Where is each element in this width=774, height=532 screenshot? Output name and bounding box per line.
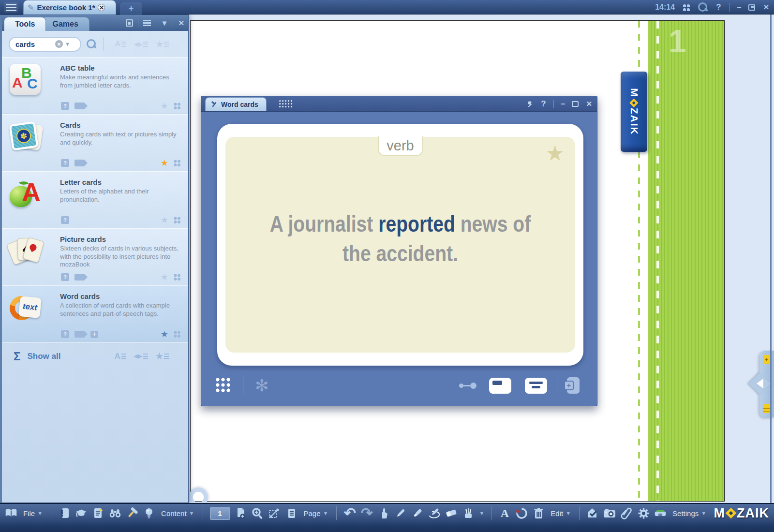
binoculars-icon[interactable] [109, 507, 121, 519]
list-item-picture-cards[interactable]: ♠ Picture cards Sixteen decks of cards i… [2, 228, 188, 285]
sort-type-icon[interactable]: ◀▶ [134, 351, 148, 361]
list-item-word-cards[interactable]: text Word cards A collection of word car… [2, 285, 188, 342]
hammer-icon[interactable] [126, 507, 138, 519]
list-item-abc-table[interactable]: A B C ABC table Make meaningful words an… [2, 57, 188, 114]
favorite-star-icon[interactable]: ★ [161, 216, 168, 224]
window-maximize-button[interactable] [572, 101, 579, 107]
content-menu[interactable]: Content▼ [160, 509, 195, 517]
eraser-icon[interactable] [445, 507, 458, 519]
select-path-icon[interactable] [268, 507, 281, 519]
drag-handle-dots[interactable] [279, 100, 294, 108]
clipboard-icon[interactable] [763, 404, 770, 413]
marker-icon[interactable] [411, 507, 424, 519]
search-field[interactable]: ✕ ▼ [9, 37, 81, 52]
list-item-cards[interactable]: ✽ Cards Creating cards with text or pict… [2, 114, 188, 171]
trash-icon[interactable] [532, 507, 545, 519]
close-panel-icon[interactable]: ✕ [178, 19, 184, 28]
tools-expand-icon[interactable]: ▼ [479, 510, 484, 516]
video-tutorial-icon[interactable] [74, 103, 85, 109]
previous-page-arrow-icon[interactable] [757, 379, 763, 388]
restore-button[interactable] [748, 4, 755, 11]
redo-icon[interactable]: ↷ [360, 507, 373, 519]
gear-icon[interactable] [637, 507, 650, 519]
idea-bulb-icon[interactable] [143, 507, 155, 519]
card-grid-menu-icon[interactable] [216, 378, 231, 393]
sort-favorites-icon[interactable]: ★ [156, 39, 169, 49]
text-tool-icon[interactable]: A [498, 507, 511, 519]
card-back-view-button[interactable] [525, 378, 547, 394]
help-card-icon[interactable]: ? [61, 102, 69, 110]
help-card-icon[interactable]: ? [61, 330, 69, 338]
close-button[interactable]: ✕ [763, 3, 769, 12]
word-cards-titlebar[interactable]: Word cards ? – ✕ [201, 96, 597, 112]
notebook-icon[interactable] [58, 507, 71, 519]
pairing-mode-icon[interactable] [459, 383, 476, 389]
list-view-icon[interactable] [143, 20, 151, 26]
main-menu-icon[interactable] [4, 2, 18, 13]
sort-alpha-icon[interactable]: A [115, 351, 126, 361]
word-cards-window-tab[interactable]: Word cards [205, 97, 267, 111]
help-card-icon[interactable]: ? [61, 216, 69, 224]
page-number-box[interactable]: 1 [210, 507, 230, 520]
card-favorite-star-icon[interactable]: ★ [546, 143, 565, 164]
help-card-icon[interactable]: ? [61, 159, 69, 167]
favorite-star-icon[interactable]: ★ [161, 330, 168, 339]
clear-search-icon[interactable]: ✕ [55, 40, 63, 48]
tab-tools[interactable]: Tools [4, 17, 46, 31]
search-history-icon[interactable]: ▼ [65, 41, 70, 47]
tile-view-icon[interactable] [174, 103, 180, 109]
new-page-icon[interactable]: + [763, 355, 770, 364]
replay-icon[interactable] [515, 507, 528, 519]
add-to-page-icon[interactable] [567, 377, 580, 394]
drawing-tools-cup-icon[interactable] [462, 507, 475, 519]
apps-grid-icon[interactable] [683, 4, 690, 11]
collapse-panel-icon[interactable]: ▼ [161, 19, 168, 27]
video-tutorial-icon[interactable] [74, 160, 85, 166]
edit-menu[interactable]: Edit▼ [549, 509, 572, 517]
global-search-icon[interactable] [698, 2, 708, 13]
window-help-icon[interactable]: ? [541, 99, 546, 109]
undo-icon[interactable]: ↶ [343, 507, 356, 519]
workbook-canvas[interactable]: 1 M ZAIK + Word cards [189, 15, 774, 503]
document-bookmark-icon[interactable] [92, 507, 104, 519]
pen-tray-icon[interactable] [654, 507, 667, 519]
add-page-icon[interactable] [235, 507, 247, 519]
zoom-icon[interactable] [252, 507, 264, 519]
circling-pen-icon[interactable] [428, 507, 441, 519]
pen-icon[interactable] [394, 507, 407, 519]
dock-panel-icon[interactable] [126, 19, 133, 27]
page-flip-edge-nav[interactable]: + [759, 351, 774, 417]
search-input[interactable] [15, 40, 53, 48]
tile-view-icon[interactable] [174, 274, 180, 281]
exercise-book-tab[interactable]: ✎ Exercise book 1* ✕ [23, 0, 116, 15]
favorite-star-icon[interactable]: ★ [161, 159, 168, 167]
page-sorter-icon[interactable] [285, 507, 298, 519]
video-tutorial-icon[interactable] [74, 331, 85, 338]
ornament-icon[interactable]: ✻ [255, 377, 269, 394]
help-card-icon[interactable]: ? [61, 273, 69, 281]
sort-type-icon[interactable]: ◀▶ [134, 39, 148, 49]
video-tutorial-icon[interactable] [74, 274, 85, 281]
education-cap-icon[interactable] [75, 507, 88, 519]
word-cards-window[interactable]: Word cards ? – ✕ verb [201, 96, 597, 406]
homework-icon[interactable] [586, 507, 599, 519]
word-card[interactable]: verb ★ A journalist reported news of the… [217, 124, 583, 366]
pointer-hand-icon[interactable] [377, 507, 390, 519]
snapshot-camera-icon[interactable] [603, 507, 616, 519]
window-close-button[interactable]: ✕ [586, 100, 592, 108]
window-minimize-button[interactable]: – [561, 100, 565, 108]
search-icon[interactable] [86, 39, 97, 49]
tile-view-icon[interactable] [174, 160, 180, 166]
tab-close-icon[interactable]: ✕ [98, 4, 105, 11]
file-menu[interactable]: File▼ [22, 509, 44, 517]
pin-icon[interactable] [525, 100, 534, 108]
list-item-letter-cards[interactable]: A Letter cards Letters of the alphabet a… [2, 171, 188, 228]
minimize-button[interactable]: – [737, 3, 741, 12]
tile-view-icon[interactable] [174, 217, 180, 223]
open-book-icon[interactable] [5, 507, 17, 519]
show-all-row[interactable]: Σ Show all A ◀▶ ★ [2, 342, 188, 369]
mozaik-bookmark-ribbon[interactable]: M ZAIK [621, 72, 647, 152]
tile-view-icon[interactable] [174, 331, 180, 338]
new-tab-button[interactable]: + [120, 2, 142, 15]
favorite-star-icon[interactable]: ★ [161, 273, 168, 281]
